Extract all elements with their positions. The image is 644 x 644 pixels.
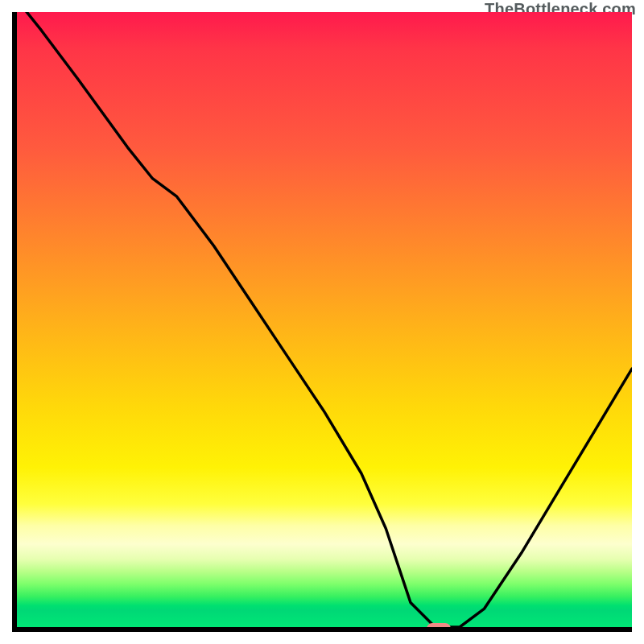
gradient-background (17, 12, 632, 627)
chart-frame: TheBottleneck.com (0, 0, 644, 644)
optimal-marker (427, 623, 451, 632)
plot-area (12, 12, 632, 632)
